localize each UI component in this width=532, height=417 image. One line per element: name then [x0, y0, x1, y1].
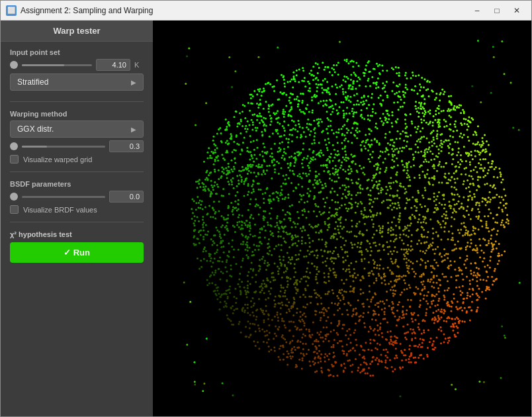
dropdown-arrow-icon: ▶ — [131, 79, 136, 86]
minimize-button[interactable]: – — [468, 4, 486, 17]
visualize-brdf-row: Visualize BRDF values — [10, 205, 144, 214]
divider-3 — [10, 222, 144, 222]
roughness-slider-track[interactable] — [22, 146, 105, 148]
warping-dropdown-arrow-icon: ▶ — [131, 126, 136, 133]
slider-knob[interactable] — [10, 61, 18, 69]
bsdf-slider-track[interactable] — [22, 196, 105, 198]
warping-method-dropdown[interactable]: GGX distr. ▶ — [10, 120, 144, 138]
bsdf-label: BSDF parameters — [10, 180, 144, 188]
visualization-area — [153, 21, 531, 416]
window-title: Assignment 2: Sampling and Warping — [21, 6, 468, 15]
roughness-slider-row — [10, 140, 144, 152]
bsdf-slider-knob[interactable] — [10, 193, 18, 201]
hypothesis-section: χ² hypothesis test ✓ Run — [10, 230, 144, 263]
bsdf-input[interactable] — [109, 191, 144, 203]
input-type-dropdown[interactable]: Stratified ▶ — [10, 73, 144, 91]
bsdf-slider-row — [10, 191, 144, 203]
close-button[interactable]: ✕ — [508, 4, 526, 17]
point-count-input[interactable] — [96, 59, 130, 71]
dot-canvas — [153, 21, 531, 416]
input-type-label: Stratified — [17, 77, 48, 87]
content-area: Warp tester Input point set K Stratified — [1, 21, 531, 416]
slider-track[interactable] — [22, 64, 92, 66]
visualize-warped-grid-row: Visualize warped grid — [10, 155, 144, 163]
run-button[interactable]: ✓ Run — [10, 242, 144, 263]
visualize-brdf-checkbox[interactable] — [10, 205, 19, 214]
roughness-input[interactable] — [109, 140, 144, 152]
visualize-brdf-label: Visualize BRDF values — [23, 206, 97, 214]
warping-method-label: Warping method — [10, 110, 144, 118]
warping-method-section: Warping method GGX distr. ▶ V — [10, 110, 144, 163]
divider-2 — [10, 171, 144, 172]
window-controls: – □ ✕ — [468, 4, 526, 17]
divider-1 — [10, 101, 144, 102]
point-set-slider-row: K — [10, 59, 144, 71]
visualize-warped-grid-checkbox[interactable] — [10, 155, 19, 163]
title-bar: ⬜ Assignment 2: Sampling and Warping – □… — [1, 1, 531, 21]
roughness-slider-knob[interactable] — [10, 142, 18, 150]
bsdf-section: BSDF parameters Visualize BRDF values — [10, 180, 144, 214]
sidebar-title: Warp tester — [1, 21, 153, 42]
visualize-warped-grid-label: Visualize warped grid — [23, 156, 92, 163]
input-point-set-label: Input point set — [10, 48, 144, 56]
hypothesis-label: χ² hypothesis test — [10, 230, 144, 238]
app-icon: ⬜ — [6, 5, 17, 16]
unit-label: K — [134, 61, 144, 69]
main-window: ⬜ Assignment 2: Sampling and Warping – □… — [0, 0, 532, 417]
input-point-set-section: Input point set K Stratified ▶ — [10, 48, 144, 93]
warping-method-value: GGX distr. — [17, 124, 54, 134]
sidebar: Warp tester Input point set K Stratified — [1, 21, 153, 416]
maximize-button[interactable]: □ — [488, 4, 506, 17]
sidebar-body: Input point set K Stratified ▶ — [1, 42, 153, 269]
